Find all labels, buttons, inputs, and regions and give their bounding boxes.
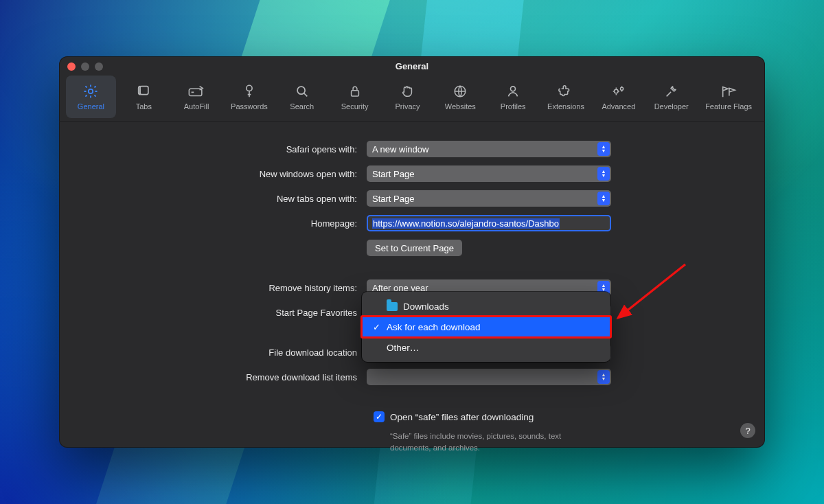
key-icon [241,83,258,100]
help-glyph: ? [745,426,750,436]
safe-files-hint: “Safe” files include movies, pictures, s… [367,431,593,453]
chevron-up-down-icon [597,142,610,156]
tab-feature-flags[interactable]: Feature Flags [699,76,758,118]
tab-extensions[interactable]: Extensions [541,76,591,118]
menu-item-other[interactable]: Other… [362,337,610,358]
select-new-tabs[interactable]: Start Page [367,190,611,207]
tab-label: Search [290,102,314,111]
tab-label: Advanced [602,102,635,111]
chevron-up-down-icon [597,370,610,384]
menu-item-label: Other… [387,343,419,353]
tab-label: Developer [654,102,689,111]
label-remove-downloads: Remove download list items [71,372,367,382]
preferences-window: General General Tabs AutoFill Passwords [59,56,765,448]
search-icon [294,83,310,100]
titlebar: General [59,56,765,76]
help-button[interactable]: ? [740,423,755,438]
tab-privacy[interactable]: Privacy [382,76,433,118]
gears-icon [610,83,627,100]
svg-point-9 [620,87,623,90]
svg-point-8 [614,89,618,93]
tools-icon [663,83,680,100]
check-icon: ✓ [371,322,381,332]
select-value: Start Page [372,194,414,204]
autofill-icon [188,83,205,100]
select-opens-with[interactable]: A new window [367,141,611,157]
tabs-icon [135,83,152,100]
svg-point-7 [511,87,516,91]
flags-icon [720,83,737,100]
menu-item-ask-each[interactable]: ✓ Ask for each download [362,317,610,337]
tab-label: Passwords [231,102,268,111]
tab-general[interactable]: General [66,76,116,118]
set-current-page-button[interactable]: Set to Current Page [367,240,462,256]
tab-label: Security [341,102,369,111]
svg-rect-1 [140,87,148,95]
download-location-menu: Downloads ✓ Ask for each download Other… [362,292,610,362]
select-value: Start Page [372,169,414,179]
select-remove-downloads[interactable] [367,369,611,385]
general-pane: Safari opens with: A new window New wind… [59,122,765,466]
tab-websites[interactable]: Websites [435,76,485,118]
label-start-page-favorites: Start Page Favorites [71,308,367,318]
tab-label: Privacy [395,102,420,111]
homepage-value: https://www.notion.so/alejandro-santos/D… [372,218,560,229]
lock-icon [347,83,363,100]
menu-item-downloads[interactable]: Downloads [362,296,610,317]
homepage-field[interactable]: https://www.notion.so/alejandro-santos/D… [367,215,611,231]
label-new-tabs: New tabs open with: [71,194,367,204]
tab-autofill[interactable]: AutoFill [172,76,222,118]
svg-point-0 [89,89,93,93]
select-new-windows[interactable]: Start Page [367,165,611,182]
tab-label: Feature Flags [705,102,752,111]
label-homepage: Homepage: [71,218,367,229]
tab-label: Tabs [136,102,152,111]
hand-icon [399,83,415,100]
puzzle-icon [558,83,574,100]
svg-point-3 [247,85,252,91]
tab-label: AutoFill [184,102,209,111]
tab-label: Profiles [501,102,526,111]
tab-tabs[interactable]: Tabs [119,76,169,118]
label-file-download-location: File download location [71,347,367,358]
minimize-window-button[interactable] [81,62,89,71]
svg-rect-5 [351,91,358,96]
checkbox-label: Open “safe” files after downloading [390,412,534,422]
person-icon [505,83,521,100]
tab-security[interactable]: Security [330,76,380,118]
menu-item-label: Downloads [403,301,449,312]
globe-icon [452,83,468,100]
preferences-toolbar: General Tabs AutoFill Passwords Search [59,76,765,121]
tab-profiles[interactable]: Profiles [488,76,538,118]
folder-icon [387,302,398,311]
tab-developer[interactable]: Developer [646,76,696,118]
label-opens-with: Safari opens with: [71,144,367,154]
tab-search[interactable]: Search [277,76,327,118]
menu-item-label: Ask for each download [387,322,481,332]
tab-label: Websites [445,102,476,111]
tab-passwords[interactable]: Passwords [225,76,275,118]
tab-label: General [78,102,104,111]
zoom-window-button[interactable] [95,62,103,71]
tab-label: Extensions [547,102,584,111]
select-value: A new window [372,144,428,154]
tab-advanced[interactable]: Advanced [593,76,643,118]
button-label: Set to Current Page [375,243,454,253]
window-title: General [396,61,428,71]
chevron-up-down-icon [597,192,610,205]
label-remove-history: Remove history items: [71,283,367,293]
open-safe-files-checkbox[interactable]: ✓ [374,411,385,422]
open-safe-files-checkbox-row: ✓ Open “safe” files after downloading [367,411,611,422]
label-new-windows: New windows open with: [71,169,367,179]
gear-icon [82,83,99,100]
close-window-button[interactable] [67,62,76,71]
svg-point-4 [297,87,305,94]
chevron-up-down-icon [597,167,610,181]
window-controls [67,62,103,71]
